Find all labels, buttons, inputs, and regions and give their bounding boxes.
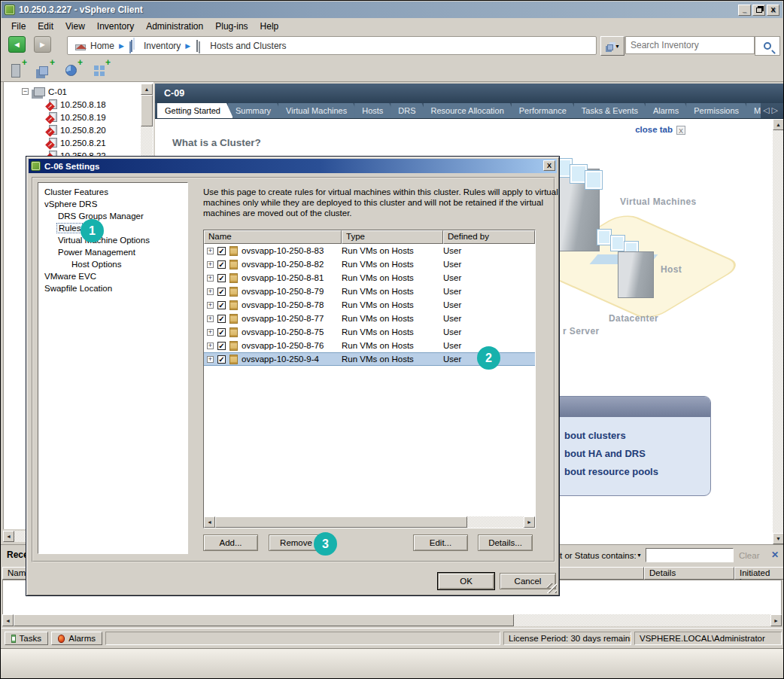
expand-icon[interactable]: + xyxy=(207,356,214,363)
content-scrollbar[interactable]: ▲ ▼ xyxy=(773,119,784,544)
new-resource-pool-button[interactable] xyxy=(61,61,81,80)
close-button[interactable]: X xyxy=(767,5,779,16)
settings-nav-item[interactable]: vSphere DRS xyxy=(38,198,187,210)
tab[interactable]: Virtual Machines xyxy=(278,103,360,118)
column-header-initiated-by[interactable]: Initiated by xyxy=(734,567,784,580)
expand-icon[interactable]: + xyxy=(207,329,214,336)
tab[interactable]: Tasks & Events xyxy=(574,103,651,118)
rule-enabled-checkbox[interactable]: ✓ xyxy=(217,274,226,282)
tab[interactable]: Getting Started xyxy=(157,103,233,118)
column-header-name[interactable]: Name xyxy=(204,230,342,244)
column-header-defined-by[interactable]: Defined by xyxy=(443,230,535,244)
settings-nav-item[interactable]: Rules xyxy=(38,222,187,234)
rule-enabled-checkbox[interactable]: ✓ xyxy=(217,328,226,336)
back-button[interactable]: ◄ xyxy=(8,36,26,53)
tree-node-host[interactable]: 10.250.8.21 xyxy=(49,136,106,149)
settings-nav-item[interactable]: Power Management xyxy=(38,246,187,258)
rule-enabled-checkbox[interactable]: ✓ xyxy=(217,355,226,364)
add-host-button[interactable] xyxy=(5,61,26,80)
tasks-panel-button[interactable]: Tasks xyxy=(5,632,48,645)
rule-enabled-checkbox[interactable]: ✓ xyxy=(217,288,226,296)
search-input[interactable] xyxy=(625,36,755,54)
tab[interactable]: Permissions xyxy=(686,103,752,118)
rule-row[interactable]: + ✓ ovsvapp-10-250-8-81 Run VMs on Hosts… xyxy=(204,271,535,285)
tree-node-host[interactable]: 10.250.8.19 xyxy=(49,111,106,123)
scrollbar-thumb[interactable] xyxy=(14,614,514,626)
filter-dropdown-icon[interactable]: ▼ xyxy=(637,553,642,558)
tab[interactable]: Alarms xyxy=(646,103,691,118)
menu-item[interactable]: Inventory xyxy=(92,20,139,33)
tree-node-host[interactable]: 10.250.8.18 xyxy=(49,98,106,111)
scroll-left-icon[interactable]: ◄ xyxy=(3,531,14,542)
tree-node-cluster[interactable]: − C-01 xyxy=(22,85,67,98)
rule-row[interactable]: + ✓ ovsvapp-10-250-8-79 Run VMs on Hosts… xyxy=(204,285,535,298)
menu-item[interactable]: Edit xyxy=(32,20,59,33)
tab[interactable]: Maps xyxy=(746,103,761,118)
tab[interactable]: Summary xyxy=(228,103,284,118)
rules-table-hscrollbar[interactable]: ◄ ► xyxy=(204,516,535,528)
tab[interactable]: Resource Allocation xyxy=(424,103,517,118)
scroll-right-icon[interactable]: ► xyxy=(524,516,535,528)
edit-button[interactable]: Edit... xyxy=(413,534,468,551)
details-button[interactable]: Details... xyxy=(478,534,533,551)
bottom-hscrollbar[interactable]: ◄ ► xyxy=(2,614,782,626)
rule-enabled-checkbox[interactable]: ✓ xyxy=(217,247,226,255)
scroll-left-icon[interactable]: ◄ xyxy=(204,516,215,528)
rule-row[interactable]: + ✓ ovsvapp-10-250-8-82 Run VMs on Hosts… xyxy=(204,257,535,271)
dialog-close-button[interactable]: X xyxy=(543,160,555,171)
settings-nav-item[interactable]: Virtual Machine Options xyxy=(38,234,187,246)
column-header-type[interactable]: Type xyxy=(342,230,443,244)
tree-scrollbar[interactable]: ▲ xyxy=(141,84,153,156)
filter-input[interactable] xyxy=(646,548,734,562)
settings-nav-item[interactable]: VMware EVC xyxy=(38,270,187,282)
rule-row[interactable]: + ✓ ovsvapp-10-250-8-78 Run VMs on Hosts… xyxy=(204,298,535,312)
expand-icon[interactable]: + xyxy=(207,261,214,268)
menu-item[interactable]: Plug-ins xyxy=(210,20,253,33)
menu-item[interactable]: Administration xyxy=(141,20,208,33)
link-about-resource-pools[interactable]: bout resource pools xyxy=(564,466,658,477)
menu-item[interactable]: File xyxy=(6,20,31,33)
close-tab-x-icon[interactable]: X xyxy=(676,126,685,135)
new-cluster-button[interactable] xyxy=(33,61,53,80)
add-button[interactable]: Add... xyxy=(203,534,258,551)
resize-grip[interactable] xyxy=(547,583,557,593)
search-button[interactable] xyxy=(755,36,780,56)
minimize-button[interactable]: _ xyxy=(738,5,751,16)
ok-button[interactable]: OK xyxy=(438,573,494,589)
clear-filter-button[interactable]: Clear xyxy=(739,551,759,560)
menu-item[interactable]: Help xyxy=(255,20,284,33)
rule-row[interactable]: + ✓ ovsvapp-10-250-8-75 Run VMs on Hosts… xyxy=(204,325,535,339)
scroll-right-icon[interactable]: ► xyxy=(770,614,782,626)
expand-icon[interactable]: + xyxy=(207,302,214,309)
scroll-down-icon[interactable]: ▼ xyxy=(773,533,784,544)
forward-button[interactable]: ► xyxy=(34,36,51,53)
scroll-up-icon[interactable]: ▲ xyxy=(773,119,784,130)
expand-icon[interactable]: + xyxy=(207,315,214,322)
column-header-details[interactable]: Details xyxy=(644,567,734,580)
scroll-left-icon[interactable]: ◄ xyxy=(2,614,14,626)
scroll-up-icon[interactable]: ▲ xyxy=(141,84,153,95)
breadcrumb-inventory[interactable]: Inventory xyxy=(129,41,181,51)
tab[interactable]: DRS xyxy=(390,103,428,118)
expand-icon[interactable]: + xyxy=(207,275,214,282)
rule-enabled-checkbox[interactable]: ✓ xyxy=(217,260,226,269)
dialog-titlebar[interactable]: C-06 Settings xyxy=(29,159,557,173)
link-about-ha-drs[interactable]: bout HA and DRS xyxy=(564,448,646,459)
settings-nav-item[interactable]: Cluster Features xyxy=(38,186,187,198)
tab-scroll-arrows[interactable]: ◁▷ xyxy=(763,105,780,115)
scrollbar-thumb[interactable] xyxy=(215,516,467,528)
rule-enabled-checkbox[interactable]: ✓ xyxy=(217,342,226,350)
expand-icon[interactable]: + xyxy=(207,248,214,254)
search-scope-dropdown[interactable]: ▼ xyxy=(600,36,624,56)
tab[interactable]: Performance xyxy=(512,103,579,118)
rule-row[interactable]: + ✓ ovsvapp-10-250-8-83 Run VMs on Hosts… xyxy=(204,244,535,257)
breadcrumb-hosts-clusters[interactable]: Hosts and Clusters xyxy=(195,41,286,51)
tab[interactable]: Hosts xyxy=(354,103,396,118)
expand-icon[interactable]: + xyxy=(207,288,214,295)
settings-nav-item[interactable]: Host Options xyxy=(38,258,187,270)
menu-item[interactable]: View xyxy=(60,20,90,33)
breadcrumb-home[interactable]: Home xyxy=(75,41,114,51)
settings-nav-item[interactable]: Swapfile Location xyxy=(38,282,187,294)
settings-nav-item[interactable]: DRS Groups Manager xyxy=(38,210,187,222)
rule-row[interactable]: + ✓ ovsvapp-10-250-8-77 Run VMs on Hosts… xyxy=(204,312,535,325)
